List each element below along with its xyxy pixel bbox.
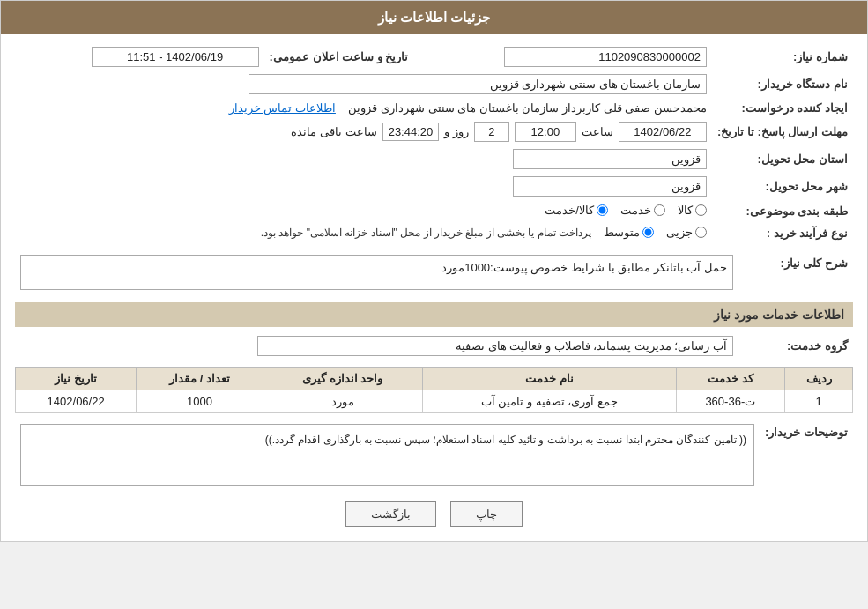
creator-value: محمدحسن صفی قلی کاربرداز سازمان باغستان … <box>348 101 707 115</box>
category-kala-khadamat-radio[interactable] <box>597 204 608 216</box>
cell-row: 1 <box>785 390 853 413</box>
process-motavaset-option[interactable]: متوسط <box>604 226 654 239</box>
main-info-table: شماره نیاز: 1102090830000002 تاریخ و ساع… <box>15 43 853 244</box>
col-unit: واحد اندازه گیری <box>263 368 422 390</box>
row-process: نوع فرآیند خرید : جزیی متوسط پرداخت تمام… <box>15 222 853 244</box>
process-jozi-radio[interactable] <box>695 227 707 238</box>
buyer-desc-row: توضیحات خریدار: (( تامین کنندگان محترم ا… <box>15 420 853 489</box>
data-table-header-row: ردیف کد خدمت نام خدمت واحد اندازه گیری ت… <box>16 368 853 390</box>
city-value: قزوین <box>513 176 707 197</box>
row-category: طبقه بندی موضوعی: کالا خدمت <box>15 200 853 222</box>
col-qty: تعداد / مقدار <box>137 368 263 390</box>
deadline-label: مهلت ارسال پاسخ: تا تاریخ: <box>712 118 853 145</box>
need-number-value: 1102090830000002 <box>504 47 707 67</box>
buyer-desc-label: توضیحات خریدار: <box>760 420 853 489</box>
deadline-date: 1402/06/22 <box>619 122 707 142</box>
process-jozi-label: جزیی <box>666 226 693 239</box>
row-province: استان محل تحویل: قزوین <box>15 145 853 173</box>
category-kala-option[interactable]: کالا <box>678 204 707 217</box>
announcement-label: تاریخ و ساعت اعلان عمومی: <box>264 43 414 71</box>
buyer-desc-table: توضیحات خریدار: (( تامین کنندگان محترم ا… <box>15 420 853 489</box>
page-header: جزئیات اطلاعات نیاز <box>1 1 867 34</box>
category-khadamat-radio[interactable] <box>654 204 665 216</box>
org-value: سازمان باغستان های سنتی شهرداری قزوین <box>249 74 707 94</box>
page-wrapper: جزئیات اطلاعات نیاز شماره نیاز: 11020908… <box>0 0 868 542</box>
table-row: 1ت-36-360جمع آوری، تصفیه و تامین آبمورد1… <box>16 390 853 413</box>
cell-name: جمع آوری، تصفیه و تامین آب <box>422 390 676 413</box>
city-label: شهر محل تحویل: <box>712 173 853 200</box>
category-khadamat-option[interactable]: خدمت <box>620 204 665 217</box>
category-kala-radio[interactable] <box>695 204 707 216</box>
row-city: شهر محل تحویل: قزوین <box>15 173 853 200</box>
time-label: ساعت <box>582 125 613 138</box>
deadline-row: 1402/06/22 ساعت 12:00 2 روز و 23:44:20 س… <box>20 122 707 142</box>
category-kala-khadamat-label: کالا/خدمت <box>545 204 594 217</box>
col-name: نام خدمت <box>422 368 676 390</box>
process-motavaset-label: متوسط <box>604 226 640 239</box>
process-jozi-option[interactable]: جزیی <box>666 226 707 239</box>
province-label: استان محل تحویل: <box>712 145 853 173</box>
countdown-value: 23:44:20 <box>382 123 440 141</box>
page-title: جزئیات اطلاعات نیاز <box>378 10 490 25</box>
row-deadline: مهلت ارسال پاسخ: تا تاریخ: 1402/06/22 سا… <box>15 118 853 145</box>
process-note: پرداخت تمام یا بخشی از مبلغ خریدار از مح… <box>261 227 591 239</box>
remaining-label: ساعت باقی مانده <box>291 125 376 138</box>
service-group-table: گروه خدمت: آب رسانی؛ مدیریت پسماند، فاضل… <box>15 332 853 360</box>
cell-code: ت-36-360 <box>676 390 785 413</box>
col-code: کد خدمت <box>676 368 785 390</box>
need-number-label: شماره نیاز: <box>712 43 853 71</box>
service-group-value: آب رسانی؛ مدیریت پسماند، فاضلاب و فعالیت… <box>257 336 733 356</box>
button-row: چاپ بازگشت <box>15 501 853 527</box>
category-kala-label: کالا <box>678 204 693 217</box>
row-org: نام دستگاه خریدار: سازمان باغستان های سن… <box>15 71 853 98</box>
process-radio-group: جزیی متوسط پرداخت تمام یا بخشی از مبلغ خ… <box>261 226 707 239</box>
org-label: نام دستگاه خریدار: <box>712 71 853 98</box>
data-table-header: ردیف کد خدمت نام خدمت واحد اندازه گیری ت… <box>16 368 853 390</box>
need-description-table: شرح کلی نیاز: حمل آب باتانکر مطابق با شر… <box>15 251 853 293</box>
days-label: روز و <box>444 125 469 138</box>
col-row: ردیف <box>785 368 853 390</box>
buyer-desc-value: (( تامین کنندگان محترم ابتدا نسبت به برد… <box>20 424 754 486</box>
service-group-label: گروه خدمت: <box>738 332 853 360</box>
contact-link[interactable]: اطلاعات تماس خریدار <box>229 101 336 115</box>
row-need-number: شماره نیاز: 1102090830000002 تاریخ و ساع… <box>15 43 853 71</box>
cell-date: 1402/06/22 <box>16 390 137 413</box>
services-section-title: اطلاعات خدمات مورد نیاز <box>15 302 853 327</box>
category-kala-khadamat-option[interactable]: کالا/خدمت <box>545 204 608 217</box>
services-data-table: ردیف کد خدمت نام خدمت واحد اندازه گیری ت… <box>15 367 853 413</box>
service-group-row: گروه خدمت: آب رسانی؛ مدیریت پسماند، فاضل… <box>15 332 853 360</box>
row-creator: ایجاد کننده درخواست: محمدحسن صفی قلی کار… <box>15 98 853 118</box>
process-label: نوع فرآیند خرید : <box>712 222 853 244</box>
col-date: تاریخ نیاز <box>16 368 137 390</box>
data-table-body: 1ت-36-360جمع آوری، تصفیه و تامین آبمورد1… <box>16 390 853 413</box>
cell-unit: مورد <box>263 390 422 413</box>
content-area: شماره نیاز: 1102090830000002 تاریخ و ساع… <box>1 34 867 541</box>
process-motavaset-radio[interactable] <box>642 227 654 238</box>
category-khadamat-label: خدمت <box>620 204 651 217</box>
deadline-days: 2 <box>474 122 509 142</box>
cell-quantity: 1000 <box>137 390 263 413</box>
province-value: قزوین <box>513 149 707 169</box>
creator-label: ایجاد کننده درخواست: <box>712 98 853 118</box>
category-label: طبقه بندی موضوعی: <box>712 200 853 222</box>
need-description-section-title: شرح کلی نیاز: <box>738 251 853 293</box>
print-button[interactable]: چاپ <box>450 501 523 527</box>
announcement-value: 1402/06/19 - 11:51 <box>92 47 259 67</box>
deadline-time: 12:00 <box>515 122 576 142</box>
need-description-value: حمل آب باتانکر مطابق با شرایط خصوص پیوست… <box>20 255 733 290</box>
back-button[interactable]: بازگشت <box>345 501 436 527</box>
category-radio-group: کالا خدمت کالا/خدمت <box>545 204 707 217</box>
need-description-row: شرح کلی نیاز: حمل آب باتانکر مطابق با شر… <box>15 251 853 293</box>
